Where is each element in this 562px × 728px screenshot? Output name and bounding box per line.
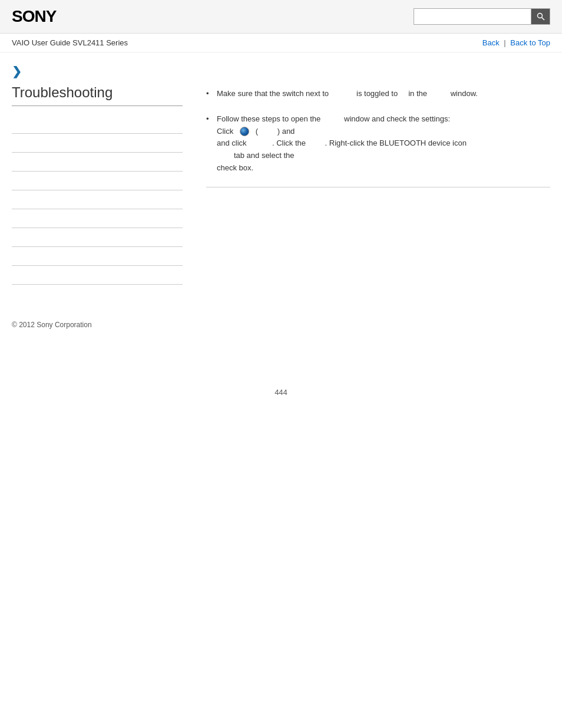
chevron-right-icon: ❯ (12, 65, 22, 78)
sidebar-title: Troubleshooting (12, 84, 183, 106)
nav-separator: | (504, 38, 508, 47)
sidebar-link[interactable] (12, 139, 183, 147)
content-divider (206, 187, 550, 187)
list-item (12, 190, 183, 209)
list-item (12, 247, 183, 266)
sidebar-link[interactable] (12, 120, 183, 129)
search-input[interactable] (414, 8, 531, 25)
back-link[interactable]: Back (482, 38, 500, 47)
content-section: Make sure that the switch next to is tog… (206, 84, 550, 187)
page-number: 444 (0, 376, 562, 409)
sidebar-link[interactable] (12, 233, 183, 242)
sidebar-link[interactable] (12, 157, 183, 166)
svg-point-0 (537, 14, 542, 18)
search-button[interactable] (531, 8, 550, 25)
sidebar-link[interactable] (12, 214, 183, 223)
breadcrumb: ❯ (0, 52, 562, 84)
sidebar: Troubleshooting (12, 84, 194, 285)
svg-line-1 (541, 18, 544, 21)
header: SONY (0, 0, 562, 34)
main-content: Troubleshooting (0, 84, 562, 285)
footer: © 2012 Sony Corporation (0, 308, 562, 341)
copyright-text: © 2012 Sony Corporation (12, 321, 92, 329)
list-item (12, 228, 183, 247)
list-item (12, 266, 183, 285)
list-item (12, 134, 183, 153)
search-icon (537, 12, 545, 21)
search-area (414, 8, 550, 25)
list-item (12, 209, 183, 228)
sidebar-link[interactable] (12, 252, 183, 261)
list-item (12, 153, 183, 172)
guide-title: VAIO User Guide SVL2411 Series (12, 38, 128, 47)
list-item (12, 115, 183, 134)
sidebar-link[interactable] (12, 176, 183, 185)
sidebar-link[interactable] (12, 195, 183, 204)
list-item (12, 172, 183, 190)
list-item: Make sure that the switch next to is tog… (206, 84, 550, 104)
bullet2-text: Follow these steps to open the window an… (217, 114, 467, 172)
back-to-top-link[interactable]: Back to Top (510, 38, 550, 47)
nav-links: Back | Back to Top (482, 38, 550, 47)
globe-icon (240, 127, 249, 136)
bullet1-text: Make sure that the switch next to is tog… (217, 89, 478, 98)
sony-logo: SONY (12, 7, 56, 26)
sidebar-link[interactable] (12, 271, 183, 279)
instructions-list: Make sure that the switch next to is tog… (206, 84, 550, 178)
nav-bar: VAIO User Guide SVL2411 Series Back | Ba… (0, 34, 562, 52)
sidebar-links (12, 115, 183, 285)
list-item: Follow these steps to open the window an… (206, 110, 550, 178)
content-area: Make sure that the switch next to is tog… (194, 84, 550, 285)
